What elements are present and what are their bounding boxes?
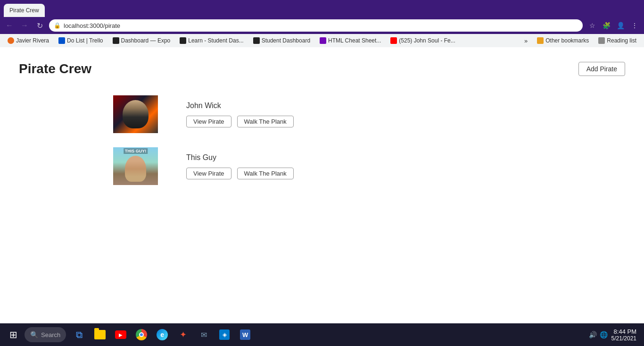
bookmark-favicon-learn — [180, 37, 186, 44]
bookmark-favicon-student — [253, 37, 260, 44]
bookmark-student-dashboard[interactable]: Student Dashboard — [249, 36, 314, 45]
bookmark-learn-student[interactable]: Learn - Student Das... — [176, 36, 247, 45]
bookmark-favicon-john-soul — [390, 37, 397, 44]
bookmark-dashboard-expo[interactable]: Dashboard — Expo — [109, 36, 174, 45]
bookmark-label-student: Student Dashboard — [262, 37, 310, 44]
reading-list[interactable]: Reading list — [594, 36, 640, 45]
pirate-image-this-guy — [113, 147, 158, 185]
pirate-info-john-wick: John Wick View Pirate Walk The Plank — [186, 101, 294, 127]
pirate-name-john-wick: John Wick — [186, 101, 221, 110]
reading-list-favicon — [598, 37, 605, 44]
other-bookmarks-favicon — [537, 37, 544, 44]
pirate-image-john-wick — [113, 95, 158, 133]
reading-list-label: Reading list — [607, 37, 636, 44]
walk-plank-button-john-wick[interactable]: Walk The Plank — [237, 116, 294, 127]
bookmark-star-button[interactable]: ☆ — [586, 20, 598, 31]
page-header: Pirate Crew Add Pirate — [19, 61, 625, 76]
bookmark-label-javier: Javier Rivera — [16, 37, 49, 44]
pirate-row: John Wick View Pirate Walk The Plank — [113, 91, 625, 138]
more-options-button[interactable]: ⋮ — [629, 20, 640, 31]
bookmark-label-john-soul: (525) John Soul - Fe... — [399, 37, 455, 44]
omnibar: ← → ↻ 🔒 localhost:3000/pirate ☆ 🧩 👤 ⋮ — [0, 17, 644, 34]
tab-bar: Pirate Crew — [0, 0, 644, 17]
forward-button[interactable]: → — [19, 20, 30, 31]
pirate-actions-this-guy: View Pirate Walk The Plank — [186, 168, 294, 179]
omnibar-actions: ☆ 🧩 👤 ⋮ — [586, 20, 640, 31]
bookmark-trello[interactable]: Do List | Trello — [55, 36, 107, 45]
bookmark-favicon-trello — [58, 37, 65, 44]
tab-label: Pirate Crew — [9, 7, 39, 14]
bookmark-html-cheat[interactable]: HTML Cheat Sheet... — [316, 36, 385, 45]
bookmark-favicon-expo — [113, 37, 119, 44]
bookmark-javier-rivera[interactable]: Javier Rivera — [4, 36, 53, 45]
pirate-name-this-guy: This Guy — [186, 153, 216, 162]
page-content: Pirate Crew Add Pirate John Wick View Pi… — [0, 47, 644, 321]
active-tab[interactable]: Pirate Crew — [4, 4, 45, 17]
bookmark-label-trello: Do List | Trello — [67, 37, 103, 44]
bookmark-label-learn: Learn - Student Das... — [188, 37, 243, 44]
bookmark-label-html: HTML Cheat Sheet... — [328, 37, 381, 44]
page-title: Pirate Crew — [19, 61, 91, 76]
browser-chrome: Pirate Crew ← → ↻ 🔒 localhost:3000/pirat… — [0, 0, 644, 47]
bookmark-john-soul[interactable]: (525) John Soul - Fe... — [387, 36, 459, 45]
bookmark-favicon-html — [320, 37, 326, 44]
back-button[interactable]: ← — [4, 20, 15, 31]
bookmarks-overflow-button[interactable]: » — [520, 36, 531, 45]
view-pirate-button-this-guy[interactable]: View Pirate — [186, 168, 231, 179]
url-text: localhost:3000/pirate — [64, 22, 120, 29]
address-bar[interactable]: 🔒 localhost:3000/pirate — [49, 19, 583, 32]
bookmark-label-expo: Dashboard — Expo — [121, 37, 171, 44]
refresh-button[interactable]: ↻ — [34, 20, 45, 31]
pirate-row: This Guy View Pirate Walk The Plank — [113, 143, 625, 190]
add-pirate-button[interactable]: Add Pirate — [578, 62, 625, 76]
pirate-info-this-guy: This Guy View Pirate Walk The Plank — [186, 153, 294, 179]
view-pirate-button-john-wick[interactable]: View Pirate — [186, 116, 231, 127]
other-bookmarks[interactable]: Other bookmarks — [533, 36, 593, 45]
pirate-actions-john-wick: View Pirate Walk The Plank — [186, 116, 294, 127]
bookmarks-overflow: » Other bookmarks Reading list — [520, 36, 640, 45]
walk-plank-button-this-guy[interactable]: Walk The Plank — [237, 168, 294, 179]
bookmark-favicon-javier — [8, 37, 14, 44]
other-bookmarks-label: Other bookmarks — [545, 37, 589, 44]
lock-icon: 🔒 — [54, 22, 61, 29]
pirate-list: John Wick View Pirate Walk The Plank Thi… — [113, 91, 625, 190]
bookmarks-bar: Javier Rivera Do List | Trello Dashboard… — [0, 34, 644, 47]
profile-button[interactable]: 👤 — [615, 20, 626, 31]
extension-puzzle-button[interactable]: 🧩 — [601, 20, 612, 31]
